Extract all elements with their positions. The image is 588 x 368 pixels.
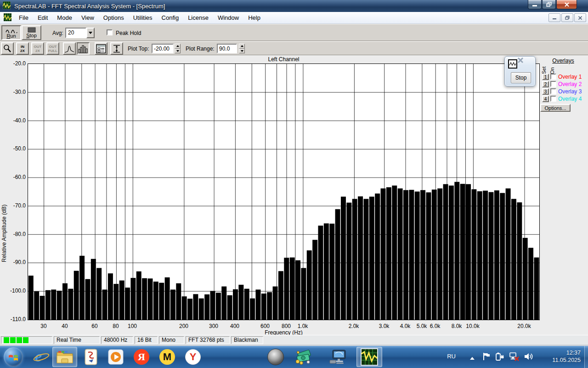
my-computer-icon[interactable]	[328, 348, 347, 366]
overlay-on-checkbox-3[interactable]	[550, 88, 556, 94]
transport-toolbar: Run Stop Avg: 20 Peak Hold	[0, 24, 588, 41]
x-tick-label: 10.0k	[460, 323, 486, 329]
run-button-label: Run	[6, 33, 16, 39]
menu-item-view[interactable]: View	[77, 13, 99, 23]
plot-top-spinner[interactable]	[175, 44, 181, 53]
zoom-in-2x-button[interactable]: IN 2X	[16, 42, 29, 55]
mini-stop-button[interactable]: Stop	[511, 72, 531, 83]
avg-value: 20	[65, 28, 86, 38]
overlay-set-button-4[interactable]: 4	[542, 96, 549, 102]
plot-range-input[interactable]	[217, 44, 237, 53]
menu-item-file[interactable]: File	[14, 13, 33, 23]
avg-dropdown-button[interactable]	[86, 28, 95, 38]
status-panel-5: Blackman	[231, 336, 263, 344]
plot-top-input[interactable]	[152, 44, 174, 53]
line-spectrum-button[interactable]	[63, 42, 76, 55]
peak-hold-label: Peak Hold	[116, 30, 141, 36]
progress-block	[10, 337, 16, 343]
action-center-flag-icon[interactable]	[482, 352, 491, 368]
spectrum-svg	[28, 64, 539, 320]
vertical-scale-icon	[112, 44, 121, 53]
mdi-close-button[interactable]	[574, 13, 586, 22]
y-tick-label: -20.0	[5, 60, 26, 67]
menu-item-mode[interactable]: Mode	[52, 13, 77, 23]
plot-range-spinner[interactable]	[239, 44, 245, 53]
start-button[interactable]	[4, 347, 23, 367]
mahjong-icon[interactable]	[82, 348, 100, 366]
x-tick-label: 20.0k	[511, 323, 537, 329]
menu-item-edit[interactable]: Edit	[33, 13, 52, 23]
spin-up-icon[interactable]	[239, 44, 245, 49]
vertical-scale-button[interactable]	[110, 42, 123, 55]
volume-icon[interactable]	[524, 352, 534, 368]
sine-wave-icon	[5, 27, 18, 33]
spectralab-icon[interactable]	[360, 348, 379, 366]
menu-item-license[interactable]: License	[183, 13, 213, 23]
overlay-on-checkbox-1[interactable]	[550, 74, 556, 80]
overlay-set-button-1[interactable]: 1	[542, 74, 549, 80]
stop-button[interactable]: Stop	[22, 25, 41, 40]
overlay-on-checkbox-2[interactable]	[550, 81, 556, 87]
menu-item-help[interactable]: Help	[243, 13, 265, 23]
status-bar: Real Time48000 Hz16 BitMonoFFT 32768 pts…	[0, 335, 588, 345]
zoom-button[interactable]	[1, 42, 14, 55]
mini-close-icon[interactable]	[517, 57, 524, 65]
overlay-set-button-2[interactable]: 2	[542, 81, 549, 87]
restore-button[interactable]	[542, 0, 556, 9]
x-tick-label: 200	[171, 323, 197, 329]
menu-item-window[interactable]: Window	[213, 13, 243, 23]
y-tick-label: -60.0	[5, 174, 26, 180]
document-icon	[4, 13, 11, 23]
display-options-button[interactable]	[95, 42, 107, 55]
peak-hold-checkbox[interactable]	[107, 29, 113, 35]
y-tick-label: -50.0	[5, 145, 26, 152]
x-tick-label: 400	[222, 323, 248, 329]
menu-item-options[interactable]: Options	[99, 13, 129, 23]
window-controls	[527, 0, 577, 9]
status-panels: Real Time48000 Hz16 BitMonoFFT 32768 pts…	[54, 336, 263, 344]
overlay-on-checkbox-4[interactable]	[550, 96, 556, 102]
power-plug-icon[interactable]	[495, 352, 504, 368]
minimize-button[interactable]	[528, 0, 542, 9]
show-desktop-button[interactable]	[584, 346, 588, 368]
windows-explorer-icon[interactable]	[56, 348, 74, 366]
stop-button-label: Stop	[26, 33, 37, 38]
bar-spectrum-icon	[78, 44, 89, 53]
menu-bar: FileEditModeViewOptionsUtilitiesConfigLi…	[0, 12, 588, 24]
zoom-out-2x-label-bottom: 2X	[35, 49, 40, 53]
y-tick-label: -90.0	[5, 259, 26, 265]
spin-down-icon[interactable]	[175, 49, 181, 54]
media-player-icon[interactable]	[107, 348, 125, 366]
network-error-icon[interactable]	[509, 352, 519, 368]
chart-title: Left Channel	[28, 56, 540, 63]
avg-combobox[interactable]: 20	[65, 28, 95, 38]
x-tick-label: 40	[52, 323, 78, 329]
yandex-m-app-icon[interactable]: M	[158, 348, 176, 366]
bar-spectrum-button[interactable]	[77, 42, 90, 55]
mdi-minimize-button[interactable]	[548, 13, 560, 22]
run-button[interactable]: Run	[1, 25, 21, 40]
overlay-label-1: Overlay 1	[558, 74, 582, 80]
language-indicator[interactable]: RU	[447, 353, 456, 368]
progress-block	[17, 337, 22, 343]
yandex-browser-icon[interactable]: Y	[184, 348, 202, 366]
y-tick-label: -70.0	[5, 202, 26, 209]
clock[interactable]: 12:37 11.05.2025	[552, 349, 581, 364]
zoom-out-full-button[interactable]: OUT FULL	[46, 42, 59, 55]
menu-item-utilities[interactable]: Utilities	[129, 13, 157, 23]
menu-item-config[interactable]: Config	[157, 13, 184, 23]
spectrum-plot[interactable]	[28, 63, 540, 320]
camera-lens-app-icon[interactable]	[266, 348, 285, 366]
overlay-options-button[interactable]: Options...	[540, 104, 571, 112]
spin-up-icon[interactable]	[175, 44, 181, 49]
hidden-icons-arrow[interactable]	[469, 355, 475, 368]
overlay-set-button-3[interactable]: 3	[542, 88, 549, 95]
close-button[interactable]	[556, 0, 577, 9]
zoom-out-2x-button[interactable]: OUT 2X	[31, 42, 44, 55]
mdi-restore-button[interactable]	[561, 13, 573, 22]
avg-label: Avg:	[52, 30, 63, 36]
spin-down-icon[interactable]	[239, 49, 245, 54]
yandex-app-icon[interactable]: Я	[132, 348, 151, 366]
money-app-icon[interactable]	[294, 348, 312, 366]
internet-explorer-icon[interactable]: e	[32, 348, 51, 366]
